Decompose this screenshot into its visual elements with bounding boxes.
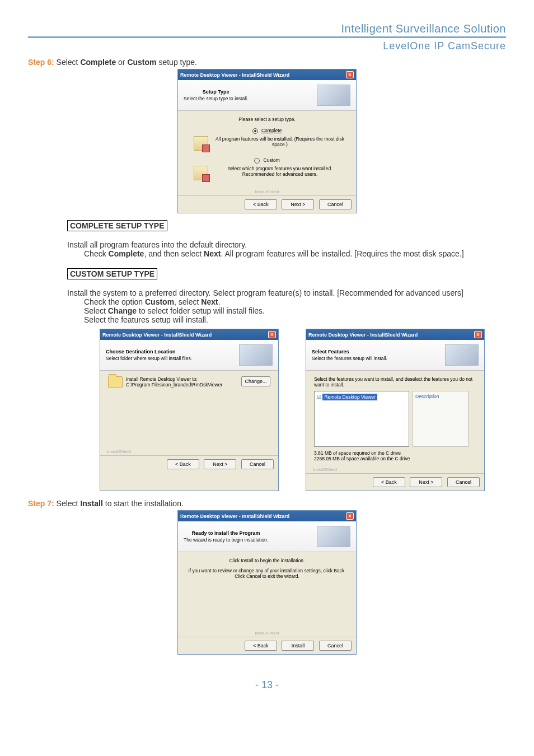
close-icon[interactable]: × <box>346 71 354 78</box>
next-button[interactable]: Next > <box>410 477 442 487</box>
cancel-button[interactable]: Cancel <box>319 641 352 651</box>
space-required: 3.81 MB of space required on the C drive <box>314 450 476 456</box>
banner-image <box>239 344 273 366</box>
radio-custom[interactable] <box>254 158 260 164</box>
dialog4-banner-title: Ready to Install the Program <box>184 530 268 536</box>
custom-line4: Select the features setup will install. <box>84 315 506 324</box>
page-number: - 13 - <box>28 679 506 691</box>
complete-line2: Check Complete, and then select Next. Al… <box>84 249 506 258</box>
box-icon <box>194 136 208 151</box>
step7-label: Step 7: <box>28 499 54 508</box>
close-icon[interactable]: × <box>474 331 482 338</box>
dialog-ready-install: Remote Desktop Viewer - InstallShield Wi… <box>177 510 357 655</box>
dialog1-banner-sub: Select the setup type to install. <box>184 96 248 101</box>
back-button[interactable]: < Back <box>245 199 277 209</box>
dialog2-banner-sub: Select folder where setup will install f… <box>106 356 192 361</box>
custom-line2: Check the option Custom, select Next. <box>84 297 506 306</box>
close-icon[interactable]: × <box>346 512 354 520</box>
step6-label: Step 6: <box>28 58 54 67</box>
dialog2-title: Remote Desktop Viewer - InstallShield Wi… <box>102 332 212 338</box>
option-custom-label[interactable]: Custom <box>264 157 280 163</box>
dialog1-prompt: Please select a setup type. <box>186 116 348 122</box>
complete-heading: COMPLETE SETUP TYPE <box>67 220 167 231</box>
dialog2-banner-title: Choose Destination Location <box>106 349 192 354</box>
option-complete-label[interactable]: Complete <box>261 128 282 133</box>
cancel-button[interactable]: Cancel <box>447 477 480 487</box>
dialog4-line1: Click Install to begin the installation. <box>186 558 348 563</box>
feature-item[interactable]: Remote Desktop Viewer <box>322 394 377 400</box>
option-custom-desc: Select which program features you want i… <box>212 166 348 180</box>
header-subtitle: LevelOne IP CamSecure <box>28 40 506 52</box>
installshield-brand: InstallShield <box>306 467 484 473</box>
dialog4-title: Remote Desktop Viewer - InstallShield Wi… <box>180 514 289 519</box>
installshield-brand: InstallShield <box>178 189 356 195</box>
dialog3-banner-sub: Select the features setup will install. <box>312 356 387 361</box>
custom-line3: Select Change to select folder setup wil… <box>84 306 506 315</box>
installshield-brand: InstallShield <box>100 449 278 455</box>
folder-icon <box>108 376 123 388</box>
dialog4-banner-sub: The wizard is ready to begin installatio… <box>184 537 268 543</box>
feature-tree[interactable]: ☑ Remote Desktop Viewer <box>314 391 409 447</box>
box-icon <box>194 166 208 180</box>
back-button[interactable]: < Back <box>167 459 199 469</box>
dialog3-title: Remote Desktop Viewer - InstallShield Wi… <box>308 332 418 338</box>
banner-image <box>445 344 479 366</box>
dialog1-banner-title: Setup Type <box>184 89 248 95</box>
option-complete-desc: All program features will be installed. … <box>212 136 348 151</box>
dialog-destination: Remote Desktop Viewer - InstallShield Wi… <box>100 329 279 491</box>
back-button[interactable]: < Back <box>373 477 405 487</box>
dialog-select-features: Remote Desktop Viewer - InstallShield Wi… <box>306 329 485 491</box>
install-button[interactable]: Install <box>282 641 314 651</box>
custom-line1: Install the system to a preferred direct… <box>67 288 506 297</box>
dialog-setup-type: Remote Desktop Viewer - InstallShield Wi… <box>177 69 357 213</box>
install-to-label: Install Remote Desktop Viewer to: <box>126 376 238 382</box>
banner-image <box>317 85 350 106</box>
dialog4-line2: If you want to review or change any of y… <box>186 568 348 579</box>
cancel-button[interactable]: Cancel <box>319 199 352 209</box>
custom-heading: CUSTOM SETUP TYPE <box>67 268 157 279</box>
radio-complete[interactable] <box>252 128 258 134</box>
cancel-button[interactable]: Cancel <box>241 459 274 469</box>
banner-image <box>317 526 350 547</box>
next-button[interactable]: Next > <box>204 459 236 469</box>
step6-line: Step 6: Select Complete or Custom setup … <box>28 58 506 67</box>
header-rule <box>28 36 506 38</box>
space-available: 2268.05 MB of space available on the C d… <box>314 456 476 461</box>
header-title: Intelligent Surveillance Solution <box>28 22 506 35</box>
install-path: C:\Program Files\non_branded\RmDskViewer <box>126 382 238 388</box>
dialog3-prompt: Select the features you want to install,… <box>314 376 476 388</box>
close-icon[interactable]: × <box>268 331 276 338</box>
next-button[interactable]: Next > <box>282 199 314 209</box>
dialog3-banner-title: Select Features <box>312 349 387 354</box>
change-button[interactable]: Change... <box>241 376 270 386</box>
step7-line: Step 7: Select Install to start the inst… <box>28 499 506 508</box>
complete-line1: Install all program features into the de… <box>67 240 506 249</box>
description-box: Description <box>413 391 469 447</box>
dialog1-title: Remote Desktop Viewer - InstallShield Wi… <box>180 72 289 78</box>
installshield-brand: InstallShield <box>178 631 356 637</box>
back-button[interactable]: < Back <box>245 641 277 651</box>
